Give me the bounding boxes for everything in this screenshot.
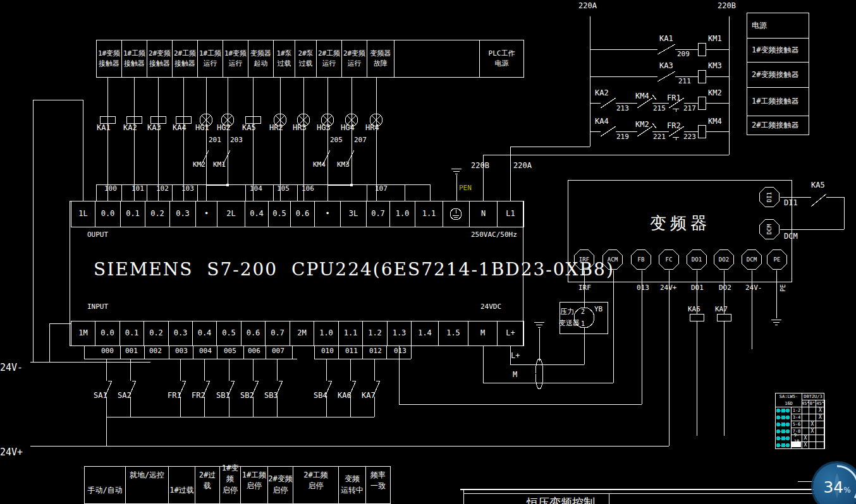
label-inverter-below_labels-6: PE (780, 284, 787, 292)
plc-output-terminal: 0.7 (366, 201, 390, 227)
plc-output-terminal (443, 201, 470, 227)
label-components-lamp_wires-2: 205 (330, 136, 343, 145)
label-plc-input_wires-2: 002 (149, 347, 162, 356)
label-inverter-side_labels-dcm: DCM (784, 232, 798, 241)
label-plc-input_wires-6: 006 (248, 347, 260, 356)
top-table-cell: 1#工频 运行 (197, 40, 223, 78)
label-components-lamps-6: HR4 (365, 124, 379, 133)
plc-output-terminal: 0.0 (95, 201, 121, 227)
plc-output-terminal: 0.1 (120, 201, 145, 227)
label-plc-input_label: INPUT (87, 303, 108, 311)
label-components-lamp_contacts-0: KM2 (193, 161, 205, 169)
plc-output-terminal: 0.4 (245, 201, 269, 227)
label-ladder-rungs-2-contacts-1-label: KM4 (635, 92, 649, 101)
label-inverter-below_labels-2: 24V+ (660, 284, 677, 292)
bottom-table-cell: 1#工频 启停 (240, 466, 268, 504)
plc-input-terminal: 1M (71, 321, 95, 346)
label-inverter-relays-0: KA6 (688, 306, 700, 314)
label-plc-output_label: OUPUT (87, 231, 108, 239)
label-components-lamps-3: HR3 (293, 124, 307, 133)
label-plc-input_wires-3: 003 (175, 347, 188, 356)
plc-output-terminal: 1.1 (415, 201, 443, 227)
bottom-table-cell: 2#过载 (195, 466, 220, 504)
label-plc-output_wires-0: 100 (104, 185, 117, 193)
plc-output-terminal: 0.2 (145, 201, 170, 227)
inverter-title: 变频器 (650, 212, 711, 234)
label-components-switches-6: SB3 (264, 392, 278, 400)
bottom-table-cell: 变频 运转中 (338, 466, 366, 504)
label-inverter-below_labels-4: DO2 (719, 284, 731, 292)
label-inverter-below_labels-0: IRF (578, 284, 591, 292)
top-table-cell: 1#变频 运行 (223, 40, 248, 78)
top-table-cell: 1#泵 过载 (273, 40, 295, 78)
plc-output-terminal: 0.3 (169, 201, 196, 227)
plc-input-terminal: L+ (497, 321, 524, 346)
top-table-cell: 变频器 故障 (367, 40, 394, 78)
plc-output-terminal: 1L (71, 201, 95, 227)
label-plc-output_wires-1: 101 (131, 185, 144, 193)
label-components-relays_top-1: KA2 (123, 124, 137, 133)
label-components-switches-4: SB1 (216, 392, 230, 400)
label-plc-input_wires-10: 012 (369, 347, 382, 356)
right-table-cell: 2#工频接触器 (747, 116, 809, 135)
label-ladder-top_left: 220A (578, 2, 597, 11)
label-plc-output_wires-6: 106 (302, 185, 314, 193)
plc-input-terminal: 0.6 (241, 321, 266, 346)
top-table-cell: 2#变频 接触器 (147, 40, 173, 78)
label-ladder-rungs-0-coil: KM1 (708, 35, 722, 44)
bottom-table-cell: 1#变频 启停 (219, 466, 241, 504)
plc-input-terminal: 1.3 (387, 321, 412, 346)
ladder-coil-symbols (698, 43, 706, 138)
label-components-switches-0: SA1 (94, 392, 107, 400)
label-plc-input_wires-4: 004 (199, 347, 212, 356)
plc-input-terminal: M (468, 321, 498, 346)
bottom-table-cell: 2#工频 启停 (293, 466, 339, 504)
label-components-lamp_wires-1: 203 (230, 136, 243, 145)
plc-input-terminal: 1.0 (314, 321, 339, 346)
label-inverter-relays-1: KA7 (715, 306, 728, 314)
label-components-switches-2: FR1 (168, 392, 181, 400)
label-plc-input_wires-8: 010 (321, 347, 334, 356)
label-plc-input_wires-11: 013 (394, 347, 407, 356)
plc-output-terminal: 2L (217, 201, 245, 227)
label-ladder-rungs-3-contacts-0-wire: 219 (616, 133, 629, 141)
plc-input-terminal: 1.5 (438, 321, 468, 346)
label-ladder-rungs-1-coil: KM3 (708, 62, 722, 71)
label-plc-pen_label: PEN (459, 184, 472, 193)
progress-badge[interactable]: 34 % (813, 463, 856, 504)
plc-output-terminal: N (469, 201, 498, 227)
label-components-lamps-0: HG1 (195, 124, 209, 133)
bottom-table-cell: 2#变频 启停 (267, 466, 293, 504)
label-plc-input_wires-0: 000 (101, 347, 114, 356)
label-inverter-below_labels-1: 013 (637, 284, 649, 292)
label-title_block-partial_text: 恒压变频控制 (527, 496, 595, 504)
label-ladder-rungs-3-coil: KM4 (708, 117, 722, 126)
relay-coil-symbols (100, 116, 260, 123)
shield-ellipse (535, 359, 543, 389)
label-components-lamps-2: HR2 (269, 124, 283, 133)
top-table-cell (394, 40, 480, 78)
label-transmitter-tag: YB (594, 306, 602, 314)
label-components-switches-1: SA2 (118, 392, 131, 400)
plc-output-terminal: L1 (497, 201, 524, 227)
label-ladder-rungs-3-contacts-0-label: KA4 (595, 117, 609, 126)
plc-input-terminal: 1.1 (338, 321, 363, 346)
right-table-cell: 电源 (747, 13, 809, 39)
ka6-ka7-coil-symbols (690, 314, 731, 321)
label-ladder-rungs-2-contacts-1-wire: 215 (653, 105, 666, 113)
label-components-ka5: KA5 (242, 124, 256, 133)
plc-input-terminal: 0.7 (265, 321, 290, 346)
label-buses-minus: 24V- (0, 363, 23, 373)
label-ladder-rungs-1-contacts-0-label: KA3 (659, 62, 673, 71)
title-block-lines-inner (463, 481, 856, 504)
label-buses-plus: 24V+ (0, 447, 23, 458)
label-components-relays_top-0: KA1 (97, 124, 111, 133)
label-plc-output_rating: 250VAC/50Hz (471, 231, 517, 239)
plc-output-terminal: 1.0 (389, 201, 415, 227)
top-table-cell: 2#变频 运行 (341, 40, 367, 78)
plc-output-terminal: • (314, 201, 341, 227)
label-inverter-side_labels-ka5: KA5 (811, 181, 825, 190)
label-ladder-rungs-0-contacts-0-wire: 209 (677, 51, 690, 59)
right-table-cell: 1#工频接触器 (747, 87, 809, 116)
label-plc-input_wires-1: 001 (125, 347, 138, 356)
